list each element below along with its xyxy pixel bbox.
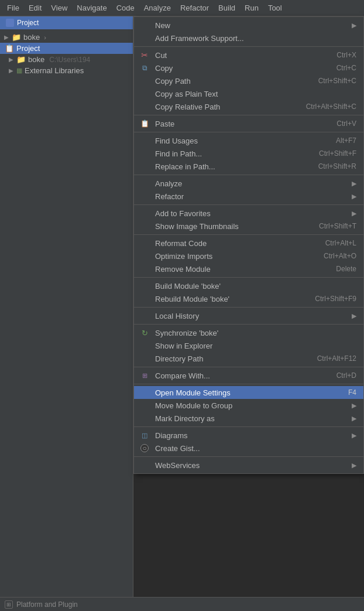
menu-item-22[interactable]: Show in Explorer [134,339,363,352]
menu-refactor[interactable]: Refactor [176,2,214,14]
menu-item-25[interactable]: Open Module SettingsF4 [134,386,363,399]
menu-item-27[interactable]: Mark Directory as▶ [134,412,363,425]
menu-item-23[interactable]: Directory PathCtrl+Alt+F12 [134,352,363,365]
menu-item-label-6: Copy Relative Path [155,103,294,111]
menu-item-3[interactable]: ⧉CopyCtrl+C [134,62,363,74]
gist-icon: ○ [140,443,149,453]
menu-navigate[interactable]: Navigate [72,2,111,14]
folder-icon: 📁 [12,33,21,42]
menu-item-30[interactable]: WebServices▶ [134,459,363,472]
menu-item-15[interactable]: Reformat CodeCtrl+Alt+L [134,237,363,250]
menu-tool[interactable]: Tool [263,2,287,14]
project-folder-icon: 📋 [5,44,14,53]
tree-arrow: ▶ [4,35,9,40]
project-tab[interactable]: Project [0,16,133,29]
menu-shortcut-2: Ctrl+X [336,51,356,59]
tree-item-root[interactable]: ▶ 📁 boke › [0,32,133,43]
menu-item-label-23: Directory Path [155,354,305,363]
menu-item-9[interactable]: Find in Path...Ctrl+Shift+F [134,147,363,160]
menu-item-10[interactable]: Replace in Path...Ctrl+Shift+R [134,160,363,173]
tree-item-project[interactable]: 📋 Project [0,43,133,54]
menu-arrow-27: ▶ [352,415,356,422]
menu-item-label-24: Compare With... [155,371,325,380]
menu-code[interactable]: Code [112,2,139,14]
menu-arrow-12: ▶ [352,193,356,200]
tree-item-boke[interactable]: ▶ 📁 boke C:\Users\194 [0,54,133,65]
tree-item-project-label: Project [16,44,40,53]
menu-file[interactable]: File [2,2,24,14]
menu-shortcut-4: Ctrl+Shift+C [318,77,356,85]
menu-item-0[interactable]: New▶ [134,19,363,32]
menu-shortcut-14: Ctrl+Shift+T [319,222,356,230]
menu-item-5[interactable]: Copy as Plain Text [134,87,363,100]
menu-arrow-13: ▶ [352,210,356,217]
menu-run[interactable]: Run [240,2,263,14]
menu-item-8[interactable]: Find UsagesAlt+F7 [134,134,363,147]
menu-arrow-30: ▶ [352,462,356,469]
menu-edit[interactable]: Edit [24,2,46,14]
menu-item-label-5: Copy as Plain Text [155,90,356,98]
menu-bar: File Edit View Navigate Code Analyze Ref… [0,0,364,16]
menu-arrow-11: ▶ [352,180,356,187]
tree-item-ext-libs[interactable]: ▶ ▦ External Libraries [0,65,133,76]
sync-icon: ↻ [140,328,149,337]
menu-item-14[interactable]: Show Image ThumbnailsCtrl+Shift+T [134,220,363,233]
menu-analyze[interactable]: Analyze [139,2,176,14]
compare-icon: ⊞ [140,371,149,380]
tree-item-boke-label: boke [28,55,44,64]
project-tab-icon [6,19,14,27]
menu-item-11[interactable]: Analyze▶ [134,177,363,190]
paste-icon: 📋 [140,119,149,128]
menu-item-label-4: Copy Path [155,77,307,86]
library-icon: ▦ [16,67,22,74]
menu-separator-1 [134,46,363,47]
menu-item-6[interactable]: Copy Relative PathCtrl+Alt+Shift+C [134,100,363,113]
menu-item-18[interactable]: Build Module 'boke' [134,279,363,292]
menu-item-20[interactable]: Local History▶ [134,309,363,322]
menu-separator-12 [134,204,363,205]
menu-item-label-28: Diagrams [155,431,349,440]
menu-item-label-3: Copy [155,64,325,73]
menu-separator-23 [134,367,363,367]
tree-item-label: boke [23,33,40,42]
menu-item-16[interactable]: Optimize ImportsCtrl+Alt+O [134,250,363,262]
tree-item-arrow: › [44,34,46,41]
menu-separator-17 [134,277,363,278]
menu-separator-14 [134,234,363,235]
menu-item-label-9: Find in Path... [155,149,307,158]
menu-item-label-15: Reformat Code [155,239,314,248]
menu-build[interactable]: Build [214,2,240,14]
menu-item-4[interactable]: Copy PathCtrl+Shift+C [134,74,363,87]
menu-item-label-20: Local History [155,312,349,320]
menu-item-label-21: Synchronize 'boke' [155,329,356,337]
menu-item-19[interactable]: Rebuild Module 'boke'Ctrl+Shift+F9 [134,292,363,305]
menu-item-17[interactable]: Remove ModuleDelete [134,262,363,275]
menu-item-26[interactable]: Move Module to Group▶ [134,399,363,412]
menu-arrow-0: ▶ [352,22,356,29]
menu-item-24[interactable]: ⊞Compare With...Ctrl+D [134,369,363,382]
menu-item-21[interactable]: ↻Synchronize 'boke' [134,326,363,339]
menu-item-29[interactable]: ○Create Gist... [134,442,363,455]
menu-item-label-29: Create Gist... [155,444,356,453]
menu-shortcut-7: Ctrl+V [336,120,356,128]
menu-item-13[interactable]: Add to Favorites▶ [134,207,363,220]
menu-item-2[interactable]: ✂CutCtrl+X [134,49,363,62]
menu-view[interactable]: View [46,2,72,14]
menu-separator-7 [134,132,363,132]
menu-item-12[interactable]: Refactor▶ [134,190,363,203]
menu-item-label-14: Show Image Thumbnails [155,222,307,231]
menu-item-label-25: Open Module Settings [155,388,336,397]
menu-separator-6 [134,115,363,115]
menu-item-label-19: Rebuild Module 'boke' [155,295,303,303]
menu-shortcut-23: Ctrl+Alt+F12 [317,354,356,363]
copy-icon: ⧉ [140,63,149,73]
menu-item-label-16: Optimize Imports [155,252,312,261]
menu-item-1[interactable]: Add Framework Support... [134,32,363,45]
menu-item-7[interactable]: 📋PasteCtrl+V [134,117,363,130]
menu-shortcut-10: Ctrl+Shift+R [318,162,356,170]
status-label: Platform and Plugin [16,600,78,609]
menu-item-28[interactable]: ◫Diagrams▶ [134,429,363,442]
menu-item-label-27: Mark Directory as [155,414,349,423]
menu-item-label-12: Refactor [155,192,349,201]
menu-item-label-1: Add Framework Support... [155,34,356,43]
